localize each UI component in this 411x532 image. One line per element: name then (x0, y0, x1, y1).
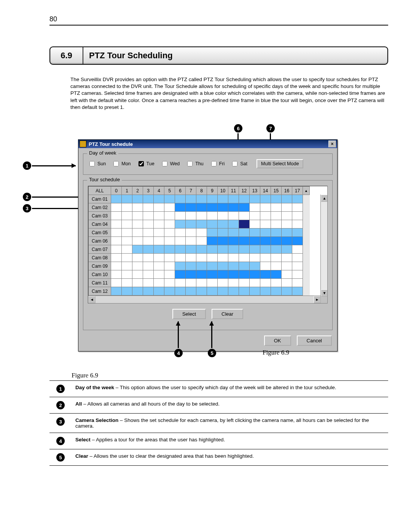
day-checkbox-fri[interactable]: Fri (210, 160, 225, 168)
hour-header[interactable]: 6 (175, 187, 186, 195)
schedule-cell[interactable] (111, 237, 122, 245)
schedule-cell[interactable] (260, 245, 271, 254)
schedule-cell[interactable] (196, 228, 207, 237)
select-button[interactable]: Select (172, 309, 206, 319)
schedule-cell[interactable] (175, 245, 186, 254)
hour-header[interactable]: 2 (132, 187, 143, 195)
schedule-cell[interactable] (186, 254, 196, 262)
camera-row-header[interactable]: Cam 02 (89, 203, 111, 212)
schedule-cell[interactable] (239, 262, 250, 270)
schedule-cell[interactable] (239, 212, 250, 220)
schedule-cell[interactable] (239, 228, 250, 237)
schedule-cell[interactable] (196, 203, 207, 212)
schedule-cell[interactable] (282, 212, 292, 220)
camera-row-header[interactable]: Cam 04 (89, 220, 111, 228)
schedule-cell[interactable] (218, 270, 228, 279)
schedule-cell[interactable] (239, 220, 250, 228)
schedule-cell[interactable] (132, 279, 143, 287)
schedule-cell[interactable] (111, 203, 122, 212)
schedule-cell[interactable] (207, 254, 218, 262)
schedule-cell[interactable] (143, 287, 154, 296)
schedule-cell[interactable] (186, 237, 196, 245)
day-checkbox-sun[interactable]: Sun (88, 160, 106, 168)
schedule-cell[interactable] (143, 203, 154, 212)
schedule-cell[interactable] (271, 270, 282, 279)
schedule-cell[interactable] (175, 254, 186, 262)
schedule-cell[interactable] (239, 203, 250, 212)
schedule-cell[interactable] (154, 220, 164, 228)
schedule-cell[interactable] (228, 195, 239, 203)
schedule-cell[interactable] (207, 279, 218, 287)
schedule-cell[interactable] (218, 212, 228, 220)
schedule-cell[interactable] (175, 270, 186, 279)
schedule-cell[interactable] (164, 220, 175, 228)
hour-header[interactable]: 1 (122, 187, 132, 195)
schedule-cell[interactable] (164, 279, 175, 287)
schedule-cell[interactable] (111, 287, 122, 296)
camera-row-header[interactable]: Cam 08 (89, 254, 111, 262)
schedule-cell[interactable] (271, 245, 282, 254)
schedule-cell[interactable] (260, 212, 271, 220)
schedule-cell[interactable] (292, 254, 303, 262)
checkbox[interactable] (113, 161, 119, 166)
camera-row-header[interactable]: Cam 07 (89, 245, 111, 254)
schedule-cell[interactable] (111, 279, 122, 287)
schedule-cell[interactable] (292, 212, 303, 220)
schedule-cell[interactable] (175, 228, 186, 237)
day-checkbox-mon[interactable]: Mon (112, 160, 131, 168)
schedule-cell[interactable] (122, 212, 132, 220)
schedule-cell[interactable] (250, 254, 260, 262)
schedule-cell[interactable] (132, 237, 143, 245)
schedule-cell[interactable] (218, 254, 228, 262)
schedule-cell[interactable] (228, 262, 239, 270)
schedule-cell[interactable] (122, 245, 132, 254)
schedule-cell[interactable] (196, 212, 207, 220)
hour-header[interactable]: 3 (143, 187, 154, 195)
clear-button[interactable]: Clear (212, 309, 243, 319)
scroll-down-icon[interactable]: ▼ (321, 289, 328, 297)
schedule-cell[interactable] (132, 254, 143, 262)
camera-row-header[interactable]: Cam 10 (89, 270, 111, 279)
schedule-cell[interactable] (260, 262, 271, 270)
schedule-cell[interactable] (218, 195, 228, 203)
vertical-scrollbar[interactable]: ▲ ▼ (320, 195, 327, 297)
schedule-cell[interactable] (164, 212, 175, 220)
schedule-cell[interactable] (250, 270, 260, 279)
schedule-cell[interactable] (186, 195, 196, 203)
schedule-cell[interactable] (111, 262, 122, 270)
checkbox[interactable] (89, 161, 95, 166)
schedule-cell[interactable] (292, 195, 303, 203)
scroll-up-icon[interactable]: ▲ (321, 195, 328, 202)
schedule-cell[interactable] (250, 279, 260, 287)
hour-header[interactable]: 7 (186, 187, 196, 195)
schedule-cell[interactable] (218, 262, 228, 270)
schedule-cell[interactable] (122, 203, 132, 212)
schedule-cell[interactable] (196, 245, 207, 254)
schedule-cell[interactable] (282, 270, 292, 279)
schedule-cell[interactable] (218, 228, 228, 237)
schedule-cell[interactable] (164, 245, 175, 254)
schedule-cell[interactable] (207, 195, 218, 203)
schedule-cell[interactable] (218, 237, 228, 245)
schedule-cell[interactable] (154, 270, 164, 279)
schedule-cell[interactable] (207, 270, 218, 279)
schedule-cell[interactable] (292, 262, 303, 270)
schedule-cell[interactable] (154, 195, 164, 203)
schedule-cell[interactable] (292, 220, 303, 228)
schedule-cell[interactable] (186, 228, 196, 237)
hour-header[interactable]: 9 (207, 187, 218, 195)
checkbox[interactable] (187, 161, 193, 166)
schedule-cell[interactable] (122, 279, 132, 287)
schedule-cell[interactable] (282, 228, 292, 237)
schedule-cell[interactable] (260, 228, 271, 237)
schedule-cell[interactable] (228, 220, 239, 228)
schedule-cell[interactable] (250, 228, 260, 237)
schedule-cell[interactable] (218, 287, 228, 296)
hour-header[interactable]: 17 (292, 187, 303, 195)
schedule-cell[interactable] (207, 245, 218, 254)
schedule-cell[interactable] (122, 270, 132, 279)
schedule-cell[interactable] (111, 270, 122, 279)
checkbox[interactable] (211, 161, 217, 166)
schedule-cell[interactable] (228, 203, 239, 212)
schedule-cell[interactable] (207, 237, 218, 245)
